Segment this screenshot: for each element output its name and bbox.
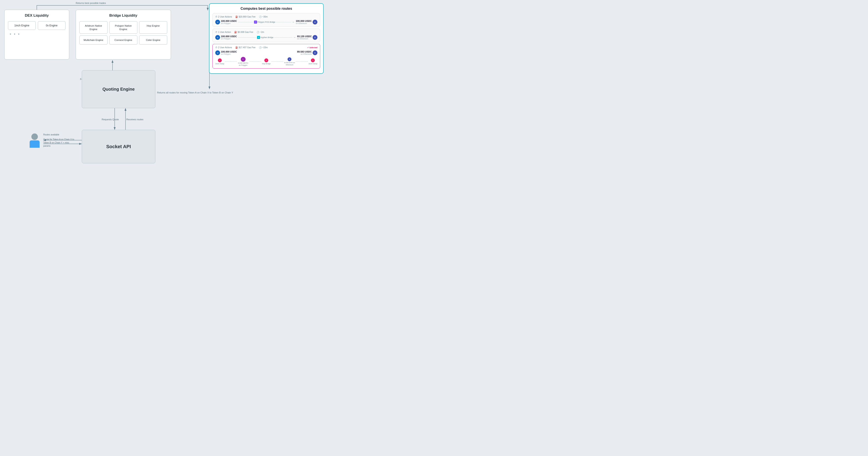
bridge-title: Bridge Liquidity xyxy=(80,13,167,18)
step-line-3 xyxy=(272,61,283,62)
dex-engines-row: 1inch Engine 0x Engine xyxy=(8,21,66,30)
selected-badge: ✓ Selected xyxy=(307,47,317,49)
step-1-circle: 1 xyxy=(218,58,222,62)
quote-for-label: Quote for Token A on Chain X toToken B o… xyxy=(43,138,74,148)
route-2-line: H Hyphen Bridge → xyxy=(238,36,296,39)
route-2-flow: U 100.000 USDC on Polygon H Hyphen Bridg… xyxy=(215,35,317,40)
step-5-label: 1inch Swap xyxy=(309,63,317,65)
route-1-from: U 100.000 USDC on Polygon xyxy=(215,20,237,25)
step-2-label: 0.033 WETH on Polygon xyxy=(238,62,249,66)
route-1-meta: ⏱ 2 User Actions ⛽ $20.869 Gas Fee 🕐 ~30… xyxy=(215,16,317,18)
step-1: 1 1inch Swap xyxy=(215,58,224,65)
step-2-circle: C xyxy=(241,57,246,62)
dex-dots: • • • xyxy=(10,32,66,36)
oneinch-engine-chip: 1inch Engine xyxy=(8,21,36,30)
route-1-from-icon: U xyxy=(215,20,220,25)
step-line-1 xyxy=(225,61,237,62)
step-4-circle: E xyxy=(287,57,291,61)
route-card-2: ⏱ 1 User Action ⛽ $0.008 Gas Fee 🕐 ~2m U… xyxy=(213,29,320,42)
polygon-native-engine-chip: Polygon Native Engine xyxy=(109,21,137,34)
route-1-to-icon: U xyxy=(313,20,317,25)
route-1-flow: U 100.000 USDC on Polygon P Polygon POS … xyxy=(215,20,317,25)
hop-engine-chip: Hop Engine xyxy=(139,21,167,34)
route-2-time: 🕐 ~2m xyxy=(256,31,264,33)
user-flow-labels: Routes available Quote for Token A on Ch… xyxy=(43,133,74,148)
route-1-gas: ⛽ $20.869 Gas Fee xyxy=(236,16,255,18)
quoting-engine-box: Quoting Engine xyxy=(82,70,155,108)
connext-engine-chip: Connext Engine xyxy=(109,35,137,44)
route-2-bridge-label: H Hyphen Bridge xyxy=(257,36,274,39)
quoting-title: Quoting Engine xyxy=(102,87,135,92)
route-2-from: U 100.000 USDC on Polygon xyxy=(215,35,237,40)
dex-liquidity-box: DEX Liquidity 1inch Engine 0x Engine • •… xyxy=(4,10,69,60)
route-2-meta: ⏱ 1 User Action ⛽ $0.008 Gas Fee 🕐 ~2m xyxy=(215,31,317,33)
bridge-liquidity-box: Bridge Liquidity Arbitrum Native Engine … xyxy=(76,10,171,60)
route-2-bridge-logo: H xyxy=(257,36,260,39)
routes-available-label: Routes available xyxy=(43,133,74,136)
returns-best-label: Returns best possible trades xyxy=(76,2,106,4)
routes-panel-title: Computes best possible routes xyxy=(213,7,320,10)
route-1-bridge-logo: P xyxy=(254,21,257,24)
step-1-label: 1inch Swap xyxy=(215,63,224,65)
step-5: 1 1inch Swap xyxy=(309,58,317,65)
route-1-to: 100.000 USDC on Ethereum U xyxy=(296,20,317,25)
routes-panel: Computes best possible routes ⏱ 2 User A… xyxy=(209,3,324,74)
diagram-container: Returns best possible trades DEX Liquidi… xyxy=(0,0,326,171)
route-3-from-icon: U xyxy=(215,51,220,55)
bridge-grid: Arbitrum Native Engine Polygon Native En… xyxy=(80,21,167,44)
step-3: H Hop Bridge xyxy=(262,58,271,65)
route-3-meta: ⏱ 2 User Actions ⛽ $17.407 Gas Fee 🕐 ~15… xyxy=(215,46,317,49)
route-2-to-icon: U xyxy=(313,35,317,40)
route-2-gas: ⛽ $0.008 Gas Fee xyxy=(234,31,253,33)
dex-title: DEX Liquidity xyxy=(8,13,66,18)
celer-engine-chip: Celer Engine xyxy=(139,35,167,44)
route-3-actions: ⏱ 2 User Actions xyxy=(215,46,232,49)
receives-routes-label: Receives routes xyxy=(126,118,144,121)
multichain-engine-chip: Multichain Engine xyxy=(80,35,107,44)
requests-quote-label: Requests Quote xyxy=(102,118,119,121)
step-3-circle: H xyxy=(265,58,268,62)
route-3-time: 🕐 ~15m xyxy=(259,46,268,49)
route-3-from: U 100.000 USDC on Polygon xyxy=(215,51,237,55)
avatar-head xyxy=(31,133,38,140)
step-line-2 xyxy=(249,61,261,62)
route-card-1: ⏱ 2 User Actions ⛽ $20.869 Gas Fee 🕐 ~30… xyxy=(213,13,320,27)
step-line-4 xyxy=(296,61,307,62)
avatar-body xyxy=(30,141,39,148)
route-1-time: 🕐 ~30m xyxy=(259,16,268,18)
route-3-flow: 1 1inch Swap C 0.033 WETH on Polygon H H… xyxy=(215,57,317,66)
route-1-actions: ⏱ 2 User Actions xyxy=(215,16,232,18)
route-2-from-icon: U xyxy=(215,35,220,40)
user-avatar xyxy=(28,133,41,151)
socket-title: Socket API xyxy=(106,144,131,150)
step-4-label: 0.030 ETH on Ethereum xyxy=(284,62,295,66)
route-1-bridge-label: P Polygon POS Bridge xyxy=(254,21,275,24)
step-5-circle: 1 xyxy=(311,58,315,62)
route-2-to: 93.135 USDC on Ethereum U xyxy=(297,35,317,40)
arbitrum-engine-chip: Arbitrum Native Engine xyxy=(80,21,107,34)
socket-api-box: Socket API xyxy=(82,130,155,163)
route-1-line: P Polygon POS Bridge → xyxy=(238,21,294,24)
returns-all-routes-label: Returns all routes for moving Token A on… xyxy=(157,91,233,94)
route-3-to: 89.583 USDC on Ethereum U xyxy=(297,51,317,55)
route-3-to-icon: U xyxy=(313,51,317,55)
zerox-engine-chip: 0x Engine xyxy=(38,21,66,30)
route-3-header: U 100.000 USDC on Polygon 89.583 USDC on… xyxy=(215,51,317,55)
step-4: E 0.030 ETH on Ethereum xyxy=(284,57,295,66)
step-2: C 0.033 WETH on Polygon xyxy=(238,57,249,66)
route-card-3: ⏱ 2 User Actions ⛽ $17.407 Gas Fee 🕐 ~15… xyxy=(213,44,320,68)
route-2-actions: ⏱ 1 User Action xyxy=(215,31,231,33)
route-3-gas: ⛽ $17.407 Gas Fee xyxy=(236,46,255,49)
step-3-label: Hop Bridge xyxy=(262,63,271,65)
